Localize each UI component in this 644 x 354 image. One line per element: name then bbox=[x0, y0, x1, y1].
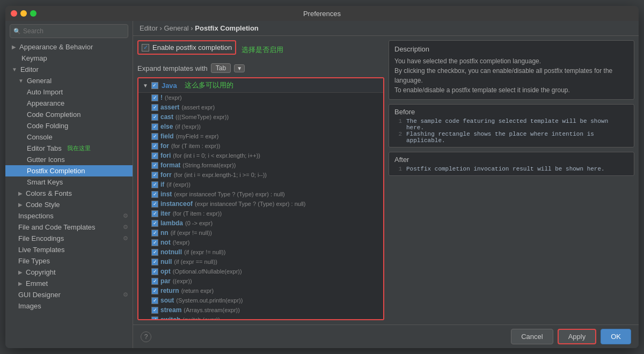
preferences-window: Preferences 🔍 ▶ Appearance & Behavior Ke… bbox=[5, 6, 639, 348]
after-title: After bbox=[394, 156, 628, 164]
item-checkbox[interactable]: ✓ bbox=[151, 133, 158, 140]
sidebar-item-gutter-icons[interactable]: Gutter Icons bbox=[5, 154, 133, 165]
arrow-icon: ▶ bbox=[12, 44, 16, 50]
title-bar: Preferences bbox=[5, 6, 639, 21]
enable-checkbox[interactable]: ✓ bbox=[142, 44, 149, 51]
left-content: ✓ Enable postfix completion 选择是否启用 Expan… bbox=[137, 40, 384, 320]
search-box[interactable]: 🔍 bbox=[10, 24, 128, 38]
template-item[interactable]: ✓ not (!expr) bbox=[138, 238, 383, 247]
template-item[interactable]: ✓ for (for (T item : expr)) bbox=[138, 141, 383, 151]
item-checkbox[interactable]: ✓ bbox=[151, 239, 158, 246]
template-item[interactable]: ✓ stream (Arrays.stream(expr)) bbox=[138, 305, 383, 315]
item-checkbox[interactable]: ✓ bbox=[151, 201, 158, 208]
template-item[interactable]: ✓ format (String.format(expr)) bbox=[138, 160, 383, 170]
item-checkbox[interactable]: ✓ bbox=[151, 220, 158, 227]
template-item[interactable]: ✓ forr (for (int i = expr.length-1; i >=… bbox=[138, 170, 383, 180]
item-checkbox[interactable]: ✓ bbox=[151, 181, 158, 188]
enable-postfix-row: ✓ Enable postfix completion bbox=[137, 40, 236, 55]
sidebar-item-editor[interactable]: ▼ Editor bbox=[5, 64, 133, 75]
sidebar-label: Inspections bbox=[18, 212, 54, 220]
sidebar-item-file-encodings[interactable]: File Encodings ⚙ bbox=[5, 233, 133, 244]
after-line-1: 1 Postfix completion invocation result w… bbox=[394, 166, 628, 172]
template-item[interactable]: ✓ switch (switch (expr)) bbox=[138, 315, 383, 320]
item-checkbox[interactable]: ✓ bbox=[151, 249, 158, 256]
close-button[interactable] bbox=[11, 10, 17, 17]
cancel-button[interactable]: Cancel bbox=[511, 329, 553, 344]
sidebar-item-file-code-templates[interactable]: File and Code Templates ⚙ bbox=[5, 222, 133, 233]
template-item[interactable]: ✓ else (if (!expr)) bbox=[138, 122, 383, 131]
template-item[interactable]: ✓ if (if (expr)) bbox=[138, 180, 383, 189]
item-checkbox[interactable]: ✓ bbox=[151, 278, 158, 285]
item-checkbox[interactable]: ✓ bbox=[151, 123, 158, 130]
item-checkbox[interactable]: ✓ bbox=[151, 268, 158, 275]
template-item[interactable]: ✓ return (return expr) bbox=[138, 286, 383, 296]
sidebar-item-code-completion[interactable]: Code Completion bbox=[5, 109, 133, 120]
template-item[interactable]: ✓ lambda (0 -> expr) bbox=[138, 218, 383, 228]
sidebar-item-keymap[interactable]: Keymap bbox=[5, 53, 133, 64]
java-group-header[interactable]: ▼ ✓ Java 这么多可以用的 bbox=[138, 78, 383, 93]
item-checkbox[interactable]: ✓ bbox=[151, 230, 158, 237]
template-item[interactable]: ✓ instanceof (expr instanceof Type ? (Ty… bbox=[138, 199, 383, 209]
group-checkbox[interactable]: ✓ bbox=[151, 82, 158, 89]
sidebar-item-console[interactable]: Console bbox=[5, 131, 133, 143]
sidebar-item-file-types[interactable]: File Types bbox=[5, 255, 133, 267]
sidebar-label: Code Completion bbox=[27, 110, 80, 119]
item-checkbox[interactable]: ✓ bbox=[151, 104, 158, 111]
sidebar-label: File Types bbox=[18, 257, 50, 265]
item-checkbox[interactable]: ✓ bbox=[151, 191, 158, 198]
template-item[interactable]: ✓ null (if (expr == null)) bbox=[138, 257, 383, 267]
arrow-icon: ▼ bbox=[12, 67, 17, 72]
sidebar-item-smart-keys[interactable]: Smart Keys bbox=[5, 176, 133, 188]
item-checkbox[interactable]: ✓ bbox=[151, 172, 158, 179]
sidebar-item-inspections[interactable]: Inspections ⚙ bbox=[5, 210, 133, 222]
ok-button[interactable]: OK bbox=[601, 329, 631, 344]
template-item[interactable]: ✓ assert (assert expr) bbox=[138, 102, 383, 112]
item-checkbox[interactable]: ✓ bbox=[151, 162, 158, 169]
expand-dropdown[interactable]: ▼ bbox=[234, 64, 245, 72]
sidebar-item-emmet[interactable]: ▶ Emmet bbox=[5, 278, 133, 289]
sidebar-item-gui-designer[interactable]: GUI Designer ⚙ bbox=[5, 289, 133, 300]
item-checkbox[interactable]: ✓ bbox=[151, 114, 158, 121]
sidebar-item-auto-import[interactable]: Auto Import bbox=[5, 86, 133, 98]
template-item[interactable]: ✓ inst (expr instanceof Type ? (Type) ex… bbox=[138, 189, 383, 199]
item-checkbox[interactable]: ✓ bbox=[151, 297, 158, 304]
template-item[interactable]: ✓ opt (Optional.ofNullable(expr)) bbox=[138, 267, 383, 276]
sidebar-item-code-folding[interactable]: Code Folding bbox=[5, 120, 133, 131]
search-input[interactable] bbox=[23, 27, 125, 35]
item-checkbox[interactable]: ✓ bbox=[151, 143, 158, 150]
template-item[interactable]: ✓ par ((expr)) bbox=[138, 276, 383, 286]
sidebar-item-postfix-completion[interactable]: Postfix Completion bbox=[5, 165, 133, 176]
sidebar-item-colors-fonts[interactable]: ▶ Colors & Fonts bbox=[5, 188, 133, 199]
help-button[interactable]: ? bbox=[141, 331, 151, 342]
group-arrow-icon: ▼ bbox=[143, 83, 148, 88]
sidebar-item-copyright[interactable]: ▶ Copyright bbox=[5, 267, 133, 278]
template-item[interactable]: ✓ ! (!expr) bbox=[138, 93, 383, 102]
sidebar-item-images[interactable]: Images bbox=[5, 300, 133, 312]
item-checkbox[interactable]: ✓ bbox=[151, 307, 158, 314]
sidebar-item-live-templates[interactable]: Live Templates bbox=[5, 244, 133, 255]
sidebar-item-code-style[interactable]: ▶ Code Style bbox=[5, 199, 133, 210]
template-item[interactable]: ✓ field (myField = expr) bbox=[138, 131, 383, 141]
item-checkbox[interactable]: ✓ bbox=[151, 210, 158, 217]
arrow-icon: ▶ bbox=[18, 202, 23, 208]
enable-hint: 选择是否启用 bbox=[241, 45, 283, 55]
template-item[interactable]: ✓ fori (for (int i = 0; i < expr.length;… bbox=[138, 151, 383, 160]
sidebar-item-editor-tabs[interactable]: Editor Tabs 我在这里 bbox=[5, 143, 133, 154]
item-checkbox[interactable]: ✓ bbox=[151, 316, 158, 321]
sidebar-item-appearance-behavior[interactable]: ▶ Appearance & Behavior bbox=[5, 41, 133, 53]
item-checkbox[interactable]: ✓ bbox=[151, 152, 158, 159]
template-item[interactable]: ✓ sout (System.out.println(expr)) bbox=[138, 296, 383, 305]
item-checkbox[interactable]: ✓ bbox=[151, 287, 158, 294]
sidebar-item-appearance[interactable]: Appearance bbox=[5, 98, 133, 109]
maximize-button[interactable] bbox=[30, 10, 36, 17]
template-item[interactable]: ✓ nn (if (expr != null)) bbox=[138, 228, 383, 238]
item-checkbox[interactable]: ✓ bbox=[151, 259, 158, 266]
item-checkbox[interactable]: ✓ bbox=[151, 94, 158, 101]
template-item[interactable]: ✓ iter (for (T item : expr)) bbox=[138, 209, 383, 218]
template-item[interactable]: ✓ cast (((SomeType) expr)) bbox=[138, 112, 383, 122]
template-item[interactable]: ✓ notnull (if (expr != null)) bbox=[138, 247, 383, 257]
sidebar-item-general[interactable]: ▼ General bbox=[5, 75, 133, 86]
apply-button[interactable]: Apply bbox=[558, 329, 597, 344]
minimize-button[interactable] bbox=[20, 10, 27, 17]
sidebar-label: File Encodings bbox=[18, 234, 64, 242]
